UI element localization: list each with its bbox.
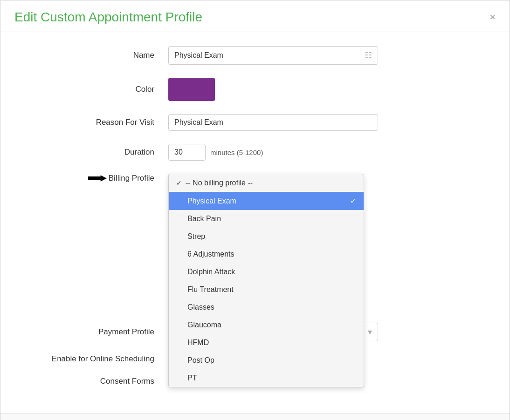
reason-label: Reason For Visit — [38, 118, 168, 127]
reason-input[interactable] — [174, 118, 372, 127]
dropdown-item-6-adjustments[interactable]: 6 Adjustments — [169, 245, 364, 263]
dropdown-item-physical-exam[interactable]: Physical Exam ✓ — [169, 192, 364, 210]
dropdown-item-dolphin-attack[interactable]: Dolphin Attack — [169, 263, 364, 281]
modal-header: Edit Custom Appointment Profile × — [0, 0, 510, 32]
dropdown-item-flu-treatment[interactable]: Flu Treatment — [169, 281, 364, 298]
dropdown-item-strep[interactable]: Strep — [169, 228, 364, 245]
6-adjustments-label: 6 Adjustments — [187, 250, 234, 258]
color-label: Color — [38, 85, 168, 94]
duration-control: minutes (5-1200) — [168, 144, 263, 161]
dolphin-attack-label: Dolphin Attack — [187, 268, 235, 276]
color-swatch[interactable] — [168, 78, 215, 101]
color-control — [168, 78, 378, 101]
duration-label: Duration — [38, 148, 168, 157]
pt-label: PT — [187, 374, 197, 382]
dropdown-item-glasses[interactable]: Glasses — [169, 298, 364, 316]
svg-marker-0 — [88, 175, 107, 181]
reason-input-wrapper — [168, 114, 378, 131]
name-input-wrapper: ☷ — [168, 46, 378, 65]
physical-exam-label: Physical Exam — [187, 197, 236, 205]
no-billing-label: -- No billing profile -- — [186, 179, 253, 187]
dropdown-item-glaucoma[interactable]: Glaucoma — [169, 316, 364, 334]
flu-treatment-label: Flu Treatment — [187, 285, 234, 294]
modal-body: Name ☷ Color Reason For Visit Duration — [0, 32, 510, 413]
dropdown-item-back-pain[interactable]: Back Pain — [169, 210, 364, 228]
back-pain-label: Back Pain — [187, 215, 221, 223]
duration-hint: minutes (5-1200) — [210, 149, 263, 156]
glaucoma-label: Glaucoma — [187, 321, 221, 329]
payment-dropdown-icon: ▾ — [368, 327, 372, 337]
consent-forms-label: Consent Forms — [38, 377, 168, 386]
name-label: Name — [38, 51, 168, 60]
name-row: Name ☷ — [0, 46, 510, 65]
duration-input[interactable] — [168, 144, 206, 161]
reason-row: Reason For Visit — [0, 114, 510, 131]
dropdown-item-no-billing[interactable]: ✓ -- No billing profile -- — [169, 174, 364, 192]
dropdown-item-post-op[interactable]: Post Op — [169, 352, 364, 369]
enable-label-text: Enable for Online Scheduling — [52, 354, 154, 363]
billing-label: Billing Profile — [109, 174, 154, 183]
color-row: Color — [0, 78, 510, 101]
selected-check-icon: ✓ — [350, 196, 356, 205]
glasses-label: Glasses — [187, 303, 214, 312]
billing-dropdown-menu: ✓ -- No billing profile -- Physical Exam… — [168, 174, 364, 387]
modal-footer: Save as Cancel — [0, 413, 510, 420]
hfmd-label: HFMD — [187, 339, 209, 347]
enable-scheduling-label: Enable for Online Scheduling — [38, 354, 168, 364]
check-icon: ✓ — [176, 179, 182, 187]
modal-title: Edit Custom Appointment Profile — [14, 10, 202, 25]
arrow-icon — [88, 174, 107, 183]
name-input[interactable] — [174, 51, 365, 60]
dropdown-item-hfmd[interactable]: HFMD — [169, 334, 364, 352]
billing-label-container: Billing Profile — [38, 174, 168, 183]
duration-row: Duration minutes (5-1200) — [0, 144, 510, 161]
dropdown-item-pt[interactable]: PT — [169, 369, 364, 387]
billing-row: Billing Profile ✓ -- No billing profile … — [0, 174, 510, 183]
close-button[interactable]: × — [489, 12, 496, 22]
post-op-label: Post Op — [187, 356, 214, 365]
name-icon: ☷ — [365, 50, 372, 61]
edit-appointment-profile-modal: Edit Custom Appointment Profile × Name ☷… — [0, 0, 510, 420]
strep-label: Strep — [187, 232, 205, 241]
payment-label: Payment Profile — [38, 327, 168, 337]
